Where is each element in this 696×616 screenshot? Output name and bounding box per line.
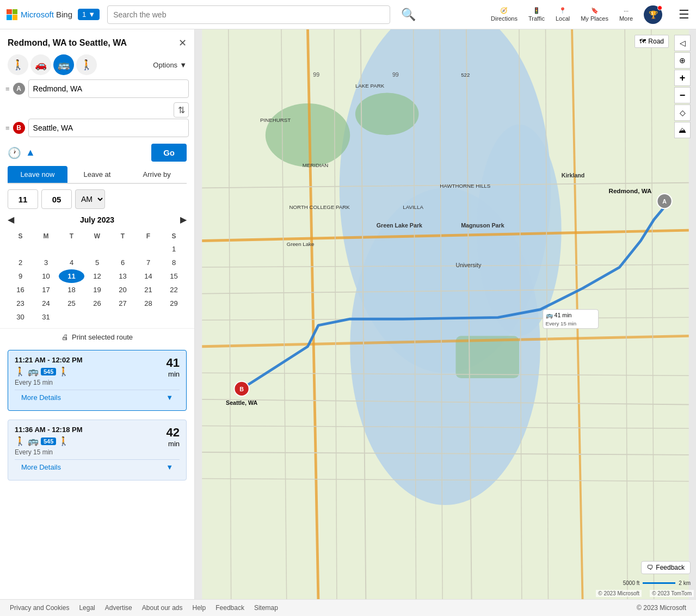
hour-input[interactable] <box>8 189 38 209</box>
more-details-button-1[interactable]: More Details ▼ <box>15 459 180 475</box>
calendar-next-button[interactable]: ▶ <box>180 214 187 225</box>
svg-text:PINEHURST: PINEHURST <box>260 117 291 123</box>
calendar-day[interactable]: 6 <box>110 256 135 269</box>
calendar-day[interactable]: 8 <box>161 256 187 269</box>
calendar-day <box>110 242 135 256</box>
calendar-day[interactable]: 30 <box>8 310 33 324</box>
calendar-day[interactable]: 13 <box>110 269 135 283</box>
calendar-day[interactable]: 10 <box>33 269 59 283</box>
transport-walk-button[interactable]: 🚶 <box>8 54 28 75</box>
minute-input[interactable] <box>41 189 72 209</box>
search-input[interactable] <box>107 5 390 24</box>
options-button[interactable]: Options ▼ <box>153 61 187 69</box>
footer-sitemap[interactable]: Sitemap <box>254 604 278 612</box>
tilt-button[interactable]: ⛰ <box>674 122 691 138</box>
go-button[interactable]: Go <box>151 144 187 162</box>
calendar-day[interactable]: 5 <box>84 256 110 269</box>
feedback-button[interactable]: 🗨 Feedback <box>641 561 691 574</box>
nav-myplaces[interactable]: 🔖 My Places <box>581 7 608 22</box>
calendar-day[interactable]: 14 <box>135 269 161 283</box>
svg-text:🚌 41 min: 🚌 41 min <box>546 312 572 319</box>
calendar-day[interactable]: 15 <box>161 269 187 283</box>
calendar-day[interactable]: 11 <box>59 269 84 283</box>
calendar-day[interactable]: 4 <box>59 256 84 269</box>
tab-button[interactable]: 1 ▼ <box>78 9 100 20</box>
calendar-day[interactable]: 20 <box>110 283 135 297</box>
calendar-day[interactable]: 31 <box>33 310 59 324</box>
footer-help[interactable]: Help <box>193 604 206 612</box>
search-box[interactable] <box>107 5 390 24</box>
calendar-day[interactable]: 25 <box>59 297 84 310</box>
map-area: B Seattle, WA A Redmond, WA 🚌 41 min Eve… <box>195 29 696 599</box>
map-svg: B Seattle, WA A Redmond, WA 🚌 41 min Eve… <box>195 29 696 599</box>
logo[interactable]: Microsoft Bing <box>7 9 72 20</box>
calendar-day[interactable]: 9 <box>8 269 33 283</box>
search-icon[interactable]: 🔍 <box>401 8 416 22</box>
ampm-select[interactable]: AM PM <box>75 189 105 209</box>
calendar-day[interactable]: 24 <box>33 297 59 310</box>
destination-input[interactable] <box>28 119 189 137</box>
footer-privacy[interactable]: Privacy and Cookies <box>10 604 69 612</box>
feedback-label: Feedback <box>656 564 685 571</box>
transport-transit-button[interactable]: 🚌 <box>53 54 74 75</box>
notification-dot <box>657 5 662 10</box>
print-row[interactable]: 🖨 Print selected route <box>0 328 194 346</box>
calendar-day[interactable]: 22 <box>161 283 187 297</box>
hamburger-menu-icon[interactable]: ☰ <box>679 8 689 22</box>
origin-input[interactable] <box>28 79 189 98</box>
swap-button[interactable]: ⇅ <box>174 102 189 118</box>
svg-text:Seattle, WA: Seattle, WA <box>226 399 257 406</box>
nav-more[interactable]: ··· More <box>619 8 633 22</box>
route-result-1[interactable]: 11:36 AM - 12:18 PM 🚶 🚌 545 🚶 Every 15 m… <box>8 420 187 481</box>
calendar-day[interactable]: 28 <box>135 297 161 310</box>
calendar-day[interactable]: 21 <box>135 283 161 297</box>
calendar-day[interactable]: 19 <box>84 283 110 297</box>
compass-button[interactable]: ◁ <box>674 35 691 51</box>
svg-text:Magnuson Park: Magnuson Park <box>461 222 504 229</box>
tab-leave-at[interactable]: Leave at <box>67 166 127 183</box>
footer-legal[interactable]: Legal <box>79 604 95 612</box>
route-result-0[interactable]: 11:21 AM - 12:02 PM 🚶 🚌 545 🚶 Every 15 m… <box>8 350 187 411</box>
footer-feedback[interactable]: Feedback <box>215 604 244 612</box>
tab-leave-now[interactable]: Leave now <box>8 166 67 183</box>
calendar-day[interactable]: 12 <box>84 269 110 283</box>
calendar-day[interactable]: 17 <box>33 283 59 297</box>
calendar-day[interactable]: 23 <box>8 297 33 310</box>
calendar-day[interactable]: 2 <box>8 256 33 269</box>
calendar-day[interactable]: 16 <box>8 283 33 297</box>
expand-time-button[interactable]: ▲ <box>26 147 35 158</box>
calendar-day[interactable]: 27 <box>110 297 135 310</box>
nav-traffic[interactable]: 🚦 Traffic <box>528 7 545 22</box>
bus-icon: 🚌 <box>28 436 39 446</box>
calendar-day[interactable]: 26 <box>84 297 110 310</box>
time-picker: AM PM <box>0 184 194 214</box>
calendar-prev-button[interactable]: ◀ <box>8 214 14 225</box>
transport-drive-button[interactable]: 🚗 <box>30 54 51 75</box>
calendar-day[interactable]: 3 <box>33 256 59 269</box>
tab-arrive-by[interactable]: Arrive by <box>127 166 187 183</box>
svg-text:A: A <box>662 199 667 205</box>
calendar-day[interactable]: 7 <box>135 256 161 269</box>
nav-directions[interactable]: 🧭 Directions <box>491 7 518 22</box>
transport-walk2-button[interactable]: 🚶 <box>76 54 97 75</box>
close-button[interactable]: ✕ <box>178 37 187 49</box>
calendar-day[interactable]: 18 <box>59 283 84 297</box>
locate-button[interactable]: ⊕ <box>674 52 691 69</box>
zoom-in-button[interactable]: + <box>674 70 691 86</box>
footer-about-ads[interactable]: About our ads <box>142 604 183 612</box>
map-type-button[interactable]: 🗺 Road <box>635 35 669 48</box>
calendar-day[interactable]: 1 <box>161 242 187 256</box>
zoom-out-button[interactable]: − <box>674 87 691 103</box>
origin-row: ≡ A <box>5 79 189 98</box>
rotate-button[interactable]: ◇ <box>674 104 691 121</box>
footer-advertise[interactable]: Advertise <box>105 604 132 612</box>
svg-text:NORTH COLLEGE PARK: NORTH COLLEGE PARK <box>289 204 350 210</box>
calendar-day[interactable]: 29 <box>161 297 187 310</box>
route-duration: 41 <box>167 356 180 369</box>
svg-text:MERIDIAN: MERIDIAN <box>303 162 328 168</box>
bus-badge: 545 <box>41 368 56 375</box>
nav-local[interactable]: 📍 Local <box>556 7 570 22</box>
route-icons-1: 🚶 🚌 545 🚶 <box>15 436 83 446</box>
more-details-button-0[interactable]: More Details ▼ <box>15 390 180 405</box>
avatar[interactable]: 🏆 <box>644 5 662 24</box>
